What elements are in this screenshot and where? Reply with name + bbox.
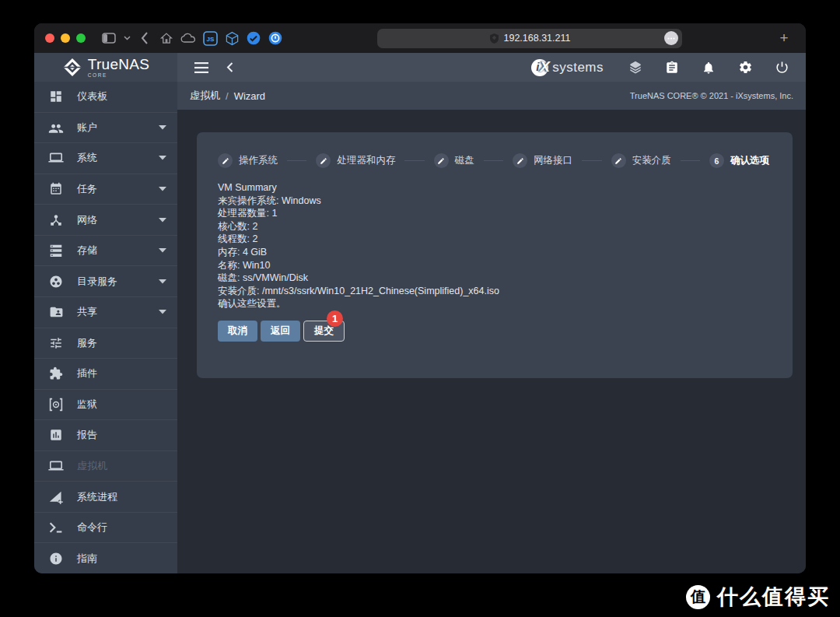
back-button[interactable]: 返回 xyxy=(261,321,300,342)
nav-back-icon[interactable] xyxy=(218,56,241,79)
annotation-badge: 1 xyxy=(327,310,343,327)
settings-gear-icon[interactable] xyxy=(733,56,757,79)
step-cpu-memory[interactable]: 处理器和内存 xyxy=(316,153,395,168)
group-work-icon xyxy=(48,274,64,289)
brand-edition: CORE xyxy=(88,72,150,78)
address-bar[interactable]: 192.168.31.211 xyxy=(377,29,682,48)
processes-icon xyxy=(48,489,64,505)
brand-name: TrueNAS xyxy=(88,56,150,72)
vm-summary-title: VM Summary xyxy=(218,181,769,195)
sidebar-item-directory-services[interactable]: 目录服务 xyxy=(34,265,177,296)
copyright-text: TrueNAS CORE® © 2021 - iXsystems, Inc. xyxy=(630,91,793,100)
terminal-icon xyxy=(48,520,64,535)
menu-icon[interactable] xyxy=(190,56,213,79)
site-shield-icon xyxy=(489,33,499,44)
sidebar-item-tasks[interactable]: 任务 xyxy=(34,174,177,205)
truenas-logo-icon xyxy=(62,58,82,77)
group-icon xyxy=(48,120,64,135)
vm-summary-line: 来宾操作系统: Windows xyxy=(218,195,769,208)
sidebar-item-plugins[interactable]: 插件 xyxy=(34,358,177,389)
vm-summary: VM Summary 来宾操作系统: Windows 处理器数量: 1 核心数:… xyxy=(218,181,769,310)
traffic-lights xyxy=(45,33,86,43)
device-hub-icon xyxy=(48,212,64,228)
truenas-app: TrueNAS CORE i X syste xyxy=(34,53,806,573)
vm-summary-line: 内存: 4 GiB xyxy=(218,246,769,259)
smzdm-logo-icon: 值 xyxy=(686,585,710,609)
step-operating-system[interactable]: 操作系统 xyxy=(218,153,278,168)
browser-toolbar: JS 192.168.31.211 + xyxy=(34,23,806,53)
sidebar-item-dashboard[interactable]: 仪表板 xyxy=(34,82,177,112)
truenas-logo[interactable]: TrueNAS CORE xyxy=(34,53,177,82)
cancel-button[interactable]: 取消 xyxy=(218,321,257,342)
vm-summary-line: 核心数: 2 xyxy=(218,220,769,233)
breadcrumb: 虚拟机 / Wizard xyxy=(190,89,265,103)
more-options-icon[interactable] xyxy=(664,31,678,45)
minimize-button[interactable] xyxy=(61,33,70,43)
smzdm-watermark: 值 什么值得买 xyxy=(686,583,830,611)
chevron-down-icon xyxy=(159,156,166,160)
js-extension-icon[interactable]: JS xyxy=(199,28,221,48)
chevron-down-icon xyxy=(159,187,166,191)
breadcrumb-section[interactable]: 虚拟机 xyxy=(190,89,220,103)
info-icon xyxy=(48,551,64,566)
edit-pencil-icon xyxy=(316,153,331,168)
close-button[interactable] xyxy=(45,33,54,43)
folder-shared-icon xyxy=(48,304,64,320)
chevron-down-icon[interactable] xyxy=(120,28,134,48)
sidebar-item-network[interactable]: 网络 xyxy=(34,204,177,235)
vm-summary-line: 确认这些设置。 xyxy=(218,297,769,310)
zoom-button[interactable] xyxy=(76,33,86,43)
sidebar-item-services[interactable]: 服务 xyxy=(34,328,177,359)
laptop-icon xyxy=(48,458,64,474)
sidebar: 仪表板 账户 系统 任务 xyxy=(34,82,177,573)
sidebar-item-storage[interactable]: 存储 xyxy=(34,235,177,266)
tune-icon xyxy=(48,335,64,351)
back-icon[interactable] xyxy=(134,28,156,48)
js-badge-label: JS xyxy=(206,36,214,43)
step-installation-media[interactable]: 安装介质 xyxy=(611,153,671,168)
laptop-icon xyxy=(48,150,64,166)
ixsystems-logo-mark: i X xyxy=(531,58,552,77)
sidebar-item-sharing[interactable]: 共享 xyxy=(34,296,177,328)
edit-pencil-icon xyxy=(434,153,449,168)
sidebar-item-jails[interactable]: 监狱 xyxy=(34,389,177,420)
step-network-interface[interactable]: 网络接口 xyxy=(513,153,572,168)
dashboard-icon xyxy=(48,89,64,104)
sidebar-item-reporting[interactable]: 报告 xyxy=(34,419,177,450)
cube-extension-icon[interactable] xyxy=(221,28,243,48)
tasks-clipboard-icon[interactable] xyxy=(660,56,684,79)
onepassword-extension-icon[interactable] xyxy=(264,28,286,48)
edit-pencil-icon xyxy=(513,153,527,168)
power-icon[interactable] xyxy=(770,56,793,79)
ixsystems-logo: i X systems xyxy=(531,58,604,77)
url-text: 192.168.31.211 xyxy=(504,33,571,44)
sidebar-item-accounts[interactable]: 账户 xyxy=(34,112,177,143)
breadcrumb-page: Wizard xyxy=(234,90,265,102)
step-disks[interactable]: 磁盘 xyxy=(434,153,474,168)
sidebar-item-system-processes[interactable]: 系统进程 xyxy=(34,481,177,512)
vm-summary-line: 安装介质: /mnt/s3/ssrk/Win10_21H2_Chinese(Si… xyxy=(218,285,769,298)
bar-chart-icon xyxy=(48,427,64,443)
truecommand-icon[interactable] xyxy=(624,56,647,79)
home-icon[interactable] xyxy=(156,28,177,48)
wizard-buttons: 取消 返回 提交 1 xyxy=(218,321,345,342)
edit-pencil-icon xyxy=(611,153,626,168)
wizard-card: 操作系统 处理器和内存 磁盘 xyxy=(197,132,793,378)
sidebar-item-virtual-machines[interactable]: 虚拟机 xyxy=(34,450,177,482)
vm-summary-line: 处理器数量: 1 xyxy=(218,207,769,220)
cloud-icon[interactable] xyxy=(177,28,199,48)
check-circle-extension-icon[interactable] xyxy=(243,28,264,48)
breadcrumb-separator: / xyxy=(226,90,229,102)
notifications-bell-icon[interactable] xyxy=(697,56,720,79)
vm-summary-line: 磁盘: ss/VMWin/Disk xyxy=(218,272,769,285)
new-tab-button[interactable]: + xyxy=(773,30,795,47)
sidebar-toggle-icon[interactable] xyxy=(98,28,120,48)
sidebar-item-shell[interactable]: 命令行 xyxy=(34,512,177,543)
sidebar-item-system[interactable]: 系统 xyxy=(34,142,177,174)
content-area: 操作系统 处理器和内存 磁盘 xyxy=(177,110,806,573)
chevron-down-icon xyxy=(159,218,166,223)
chevron-down-icon xyxy=(159,279,166,284)
sidebar-item-guide[interactable]: 指南 xyxy=(34,542,177,573)
step-confirm-options[interactable]: 6 确认选项 xyxy=(709,153,769,168)
jail-icon xyxy=(48,397,64,412)
